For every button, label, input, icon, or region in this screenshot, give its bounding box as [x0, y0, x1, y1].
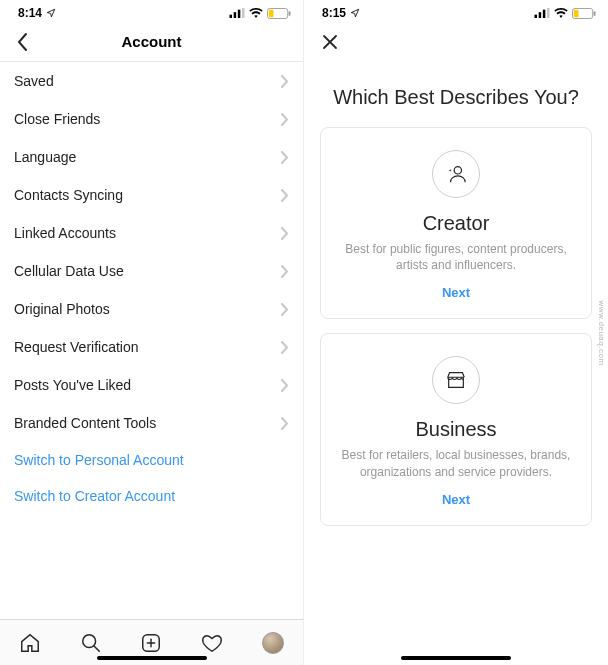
account-settings-screen: 8:14 Account	[0, 0, 304, 665]
chevron-right-icon	[281, 227, 289, 240]
chevron-right-icon	[281, 303, 289, 316]
next-button[interactable]: Next	[337, 285, 575, 300]
battery-icon	[572, 8, 596, 19]
close-icon	[322, 34, 338, 50]
page-title: Account	[122, 33, 182, 50]
row-linked-accounts[interactable]: Linked Accounts	[0, 214, 303, 252]
row-posts-youve-liked[interactable]: Posts You've Liked	[0, 366, 303, 404]
svg-rect-6	[289, 11, 291, 16]
row-label: Original Photos	[14, 301, 110, 317]
cellular-signal-icon	[229, 8, 245, 18]
plus-square-icon	[140, 632, 162, 654]
tab-activity[interactable]	[200, 631, 224, 655]
row-label: Cellular Data Use	[14, 263, 124, 279]
wifi-icon	[554, 8, 568, 18]
svg-rect-2	[238, 10, 241, 18]
chevron-right-icon	[281, 113, 289, 126]
chevron-right-icon	[281, 151, 289, 164]
svg-rect-17	[574, 9, 579, 16]
status-time: 8:14	[18, 6, 42, 20]
link-label: Switch to Personal Account	[14, 452, 184, 468]
nav-header: Account	[0, 22, 303, 62]
account-type-screen: 8:15 Which Best Des	[304, 0, 608, 665]
row-label: Contacts Syncing	[14, 187, 123, 203]
card-desc: Best for public figures, content produce…	[337, 241, 575, 273]
row-label: Branded Content Tools	[14, 415, 156, 431]
row-label: Close Friends	[14, 111, 100, 127]
tab-home[interactable]	[18, 631, 42, 655]
home-indicator	[401, 656, 511, 660]
settings-list: Saved Close Friends Language Contacts Sy…	[0, 62, 303, 619]
svg-rect-18	[594, 11, 596, 16]
row-label: Posts You've Liked	[14, 377, 131, 393]
svg-rect-15	[547, 8, 550, 18]
svg-rect-12	[535, 15, 538, 18]
chevron-right-icon	[281, 265, 289, 278]
heart-icon	[201, 632, 223, 654]
wifi-icon	[249, 8, 263, 18]
avatar	[262, 632, 284, 654]
row-label: Linked Accounts	[14, 225, 116, 241]
cards-container: Creator Best for public figures, content…	[304, 127, 608, 526]
svg-rect-0	[230, 15, 233, 18]
headline: Which Best Describes You?	[304, 62, 608, 127]
row-close-friends[interactable]: Close Friends	[0, 100, 303, 138]
card-title: Business	[337, 418, 575, 441]
search-icon	[80, 632, 102, 654]
card-desc: Best for retailers, local businesses, br…	[337, 447, 575, 479]
back-button[interactable]	[10, 30, 34, 54]
tab-new-post[interactable]	[139, 631, 163, 655]
svg-line-8	[94, 645, 100, 651]
card-title: Creator	[337, 212, 575, 235]
svg-rect-13	[539, 12, 542, 18]
svg-rect-1	[234, 12, 237, 18]
close-button[interactable]	[318, 30, 342, 54]
svg-rect-3	[242, 8, 245, 18]
business-icon	[432, 356, 480, 404]
link-label: Switch to Creator Account	[14, 488, 175, 504]
tab-search[interactable]	[79, 631, 103, 655]
row-label: Saved	[14, 73, 54, 89]
chevron-left-icon	[16, 32, 28, 52]
status-bar: 8:15	[304, 0, 608, 22]
status-time: 8:15	[322, 6, 346, 20]
creator-icon	[432, 150, 480, 198]
svg-point-19	[454, 167, 461, 174]
location-arrow-icon	[350, 8, 360, 18]
next-button[interactable]: Next	[337, 492, 575, 507]
link-switch-creator[interactable]: Switch to Creator Account	[0, 478, 303, 514]
row-branded-content-tools[interactable]: Branded Content Tools	[0, 404, 303, 442]
location-arrow-icon	[46, 8, 56, 18]
cellular-signal-icon	[534, 8, 550, 18]
link-switch-personal[interactable]: Switch to Personal Account	[0, 442, 303, 478]
watermark: www.deuaq.com	[597, 300, 606, 365]
row-original-photos[interactable]: Original Photos	[0, 290, 303, 328]
row-request-verification[interactable]: Request Verification	[0, 328, 303, 366]
home-indicator	[97, 656, 207, 660]
home-icon	[19, 632, 41, 654]
chevron-right-icon	[281, 75, 289, 88]
tab-profile[interactable]	[261, 631, 285, 655]
status-bar: 8:14	[0, 0, 303, 22]
chevron-right-icon	[281, 189, 289, 202]
card-business[interactable]: Business Best for retailers, local busin…	[320, 333, 592, 525]
card-creator[interactable]: Creator Best for public figures, content…	[320, 127, 592, 319]
nav-header	[304, 22, 608, 62]
svg-rect-5	[269, 9, 274, 16]
svg-rect-14	[543, 10, 546, 18]
row-cellular-data-use[interactable]: Cellular Data Use	[0, 252, 303, 290]
row-label: Language	[14, 149, 76, 165]
chevron-right-icon	[281, 341, 289, 354]
row-contacts-syncing[interactable]: Contacts Syncing	[0, 176, 303, 214]
chevron-right-icon	[281, 379, 289, 392]
chevron-right-icon	[281, 417, 289, 430]
row-saved[interactable]: Saved	[0, 62, 303, 100]
row-language[interactable]: Language	[0, 138, 303, 176]
row-label: Request Verification	[14, 339, 139, 355]
battery-icon	[267, 8, 291, 19]
